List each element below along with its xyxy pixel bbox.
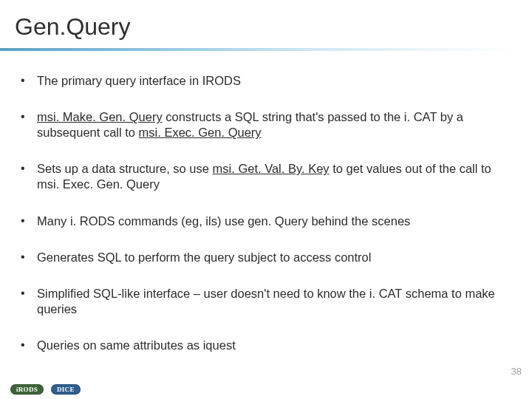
bullet-list: The primary query interface in IRODS msi… [18,73,513,353]
bullet-item: Simplified SQL-like interface – user doe… [18,286,513,317]
bullet-item: Sets up a data structure, so use msi. Ge… [18,161,513,192]
bullet-text: Queries on same attributes as iquest [37,338,236,352]
slide-title: Gen.Query [15,13,532,48]
bullet-item: Queries on same attributes as iquest [18,338,513,353]
bullet-item: Many i. RODS commands (eg, ils) use gen.… [18,214,513,229]
bullet-item: msi. Make. Gen. Query constructs a SQL s… [18,109,513,140]
footer-badges: iRODS DICE [10,384,81,395]
dice-badge: DICE [51,384,81,395]
bullet-text: msi. Make. Gen. Query constructs a SQL s… [37,110,463,139]
bullet-text: Many i. RODS commands (eg, ils) use gen.… [37,214,410,228]
bullet-text: Sets up a data structure, so use msi. Ge… [37,162,491,191]
page-number: 38 [511,366,522,377]
bullet-text: The primary query interface in IRODS [37,74,241,87]
bullet-item: The primary query interface in IRODS [18,73,513,89]
title-block: Gen.Query [0,0,532,51]
slide-body: The primary query interface in IRODS msi… [0,51,532,353]
slide: Gen.Query The primary query interface in… [0,0,532,399]
bullet-text: Simplified SQL-like interface – user doe… [37,287,495,316]
bullet-item: Generates SQL to perform the query subje… [18,250,513,265]
bullet-text: Generates SQL to perform the query subje… [37,250,371,264]
irods-badge: iRODS [10,384,44,395]
